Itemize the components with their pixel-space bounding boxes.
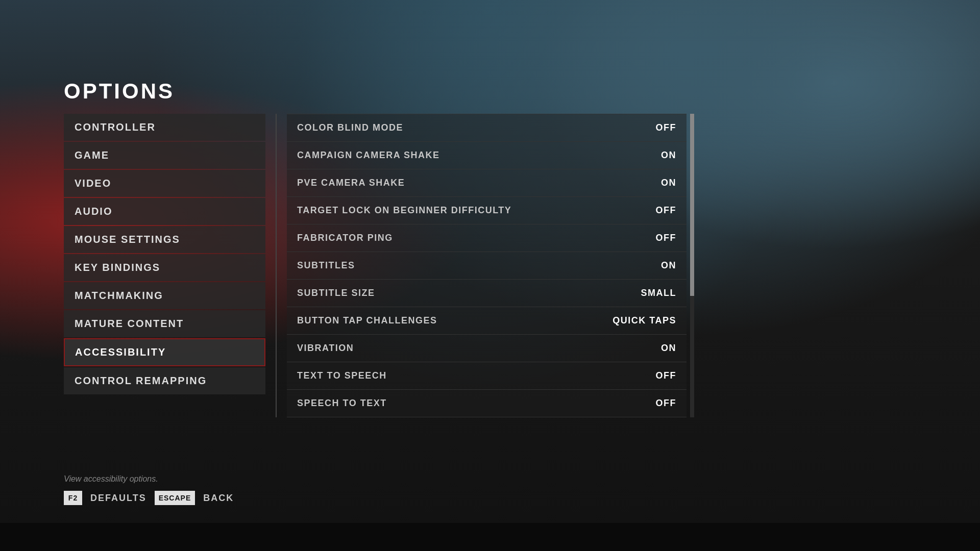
setting-value: OFF <box>656 122 677 133</box>
content-area: CONTROLLERGAMEVIDEOAUDIOMOUSE SETTINGSKE… <box>64 114 687 417</box>
menu-item-label-video: VIDEO <box>75 178 111 189</box>
key-badge-f2[interactable]: F2 <box>64 491 82 505</box>
menu-item-label-control-remapping: CONTROL REMAPPING <box>75 375 207 387</box>
menu-item-mouse-settings[interactable]: MOUSE SETTINGS <box>64 226 265 253</box>
menu-item-label-matchmaking: MATCHMAKING <box>75 290 163 302</box>
scrollbar[interactable] <box>690 114 694 417</box>
setting-row[interactable]: SPEECH TO TEXTOFF <box>287 390 687 417</box>
setting-row[interactable]: CAMPAIGN CAMERA SHAKEON <box>287 142 687 169</box>
setting-value: ON <box>661 343 676 354</box>
setting-row[interactable]: TARGET LOCK ON BEGINNER DIFFICULTYOFF <box>287 197 687 224</box>
setting-name: BUTTON TAP CHALLENGES <box>297 315 437 326</box>
menu-item-label-game: GAME <box>75 149 109 161</box>
setting-value: OFF <box>656 398 677 409</box>
setting-name: PVE CAMERA SHAKE <box>297 178 405 188</box>
setting-row[interactable]: SUBTITLESON <box>287 252 687 280</box>
setting-value: QUICK TAPS <box>612 315 676 326</box>
scrollbar-thumb[interactable] <box>690 114 694 296</box>
page-title: OPTIONS <box>64 79 687 104</box>
setting-row[interactable]: PVE CAMERA SHAKEON <box>287 169 687 197</box>
menu-item-controller[interactable]: CONTROLLER <box>64 114 265 141</box>
menu-item-game[interactable]: GAME <box>64 142 265 169</box>
setting-value: ON <box>661 178 676 188</box>
menu-item-audio[interactable]: AUDIO <box>64 198 265 225</box>
right-panel: COLOR BLIND MODEOFFCAMPAIGN CAMERA SHAKE… <box>287 114 687 417</box>
setting-name: CAMPAIGN CAMERA SHAKE <box>297 150 440 161</box>
bottom-buttons: F2DEFAULTSESCAPEBACK <box>64 491 234 505</box>
menu-item-label-mouse-settings: MOUSE SETTINGS <box>75 234 180 245</box>
key-action-escape: BACK <box>203 493 234 504</box>
options-container: OPTIONS CONTROLLERGAMEVIDEOAUDIOMOUSE SE… <box>64 79 687 417</box>
setting-row[interactable]: VIBRATIONON <box>287 335 687 362</box>
setting-row[interactable]: BUTTON TAP CHALLENGESQUICK TAPS <box>287 307 687 335</box>
setting-value: ON <box>661 150 676 161</box>
setting-name: SUBTITLE SIZE <box>297 288 375 298</box>
divider <box>276 114 277 417</box>
bottom-taskbar <box>0 523 980 551</box>
setting-row[interactable]: SUBTITLE SIZESMALL <box>287 280 687 307</box>
menu-item-label-key-bindings: KEY BINDINGS <box>75 262 160 273</box>
menu-item-label-controller: CONTROLLER <box>75 121 156 133</box>
menu-item-mature-content[interactable]: MATURE CONTENT <box>64 310 265 337</box>
setting-name: SUBTITLES <box>297 260 355 271</box>
menu-item-accessibility[interactable]: ACCESSIBILITY <box>64 338 265 366</box>
setting-value: OFF <box>656 370 677 381</box>
menu-item-key-bindings[interactable]: KEY BINDINGS <box>64 254 265 281</box>
setting-name: COLOR BLIND MODE <box>297 122 403 133</box>
help-text: View accessibility options. <box>64 474 234 484</box>
setting-name: FABRICATOR PING <box>297 233 393 243</box>
setting-value: OFF <box>656 205 677 216</box>
menu-item-label-mature-content: MATURE CONTENT <box>75 318 184 330</box>
setting-name: TARGET LOCK ON BEGINNER DIFFICULTY <box>297 205 511 216</box>
menu-item-label-accessibility: ACCESSIBILITY <box>75 346 166 358</box>
settings-list: COLOR BLIND MODEOFFCAMPAIGN CAMERA SHAKE… <box>287 114 687 417</box>
setting-row[interactable]: COLOR BLIND MODEOFF <box>287 114 687 142</box>
key-badge-escape[interactable]: ESCAPE <box>155 491 195 505</box>
left-panel: CONTROLLERGAMEVIDEOAUDIOMOUSE SETTINGSKE… <box>64 114 265 417</box>
setting-value: OFF <box>656 233 677 243</box>
menu-item-matchmaking[interactable]: MATCHMAKING <box>64 282 265 309</box>
setting-row[interactable]: FABRICATOR PINGOFF <box>287 224 687 252</box>
bottom-section: View accessibility options. F2DEFAULTSES… <box>64 474 234 505</box>
menu-item-label-audio: AUDIO <box>75 206 112 217</box>
setting-value: ON <box>661 260 676 271</box>
setting-name: TEXT TO SPEECH <box>297 370 387 381</box>
menu-item-control-remapping[interactable]: CONTROL REMAPPING <box>64 367 265 394</box>
menu-item-video[interactable]: VIDEO <box>64 170 265 197</box>
setting-row[interactable]: TEXT TO SPEECHOFF <box>287 362 687 390</box>
key-action-f2: DEFAULTS <box>90 493 146 504</box>
setting-name: SPEECH TO TEXT <box>297 398 387 409</box>
setting-value: SMALL <box>641 288 677 298</box>
setting-name: VIBRATION <box>297 343 354 354</box>
